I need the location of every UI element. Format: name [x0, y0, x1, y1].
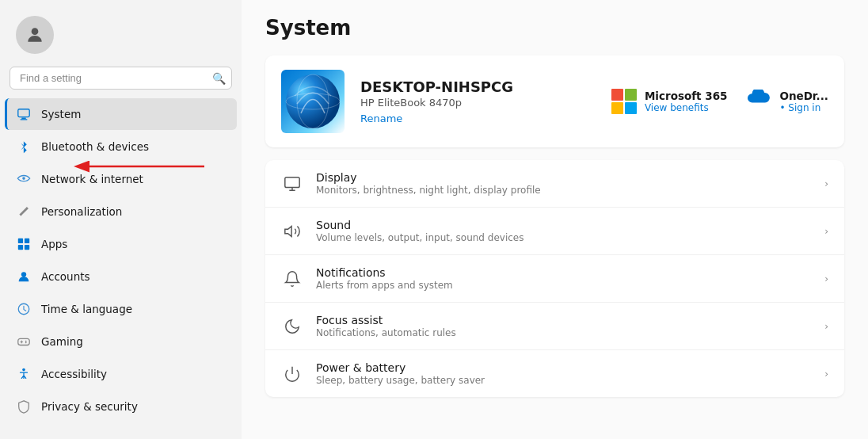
- power-icon: [281, 363, 303, 385]
- focus-chevron-icon: ›: [824, 321, 828, 332]
- device-model: HP EliteBook 8470p: [360, 97, 596, 109]
- display-text: Display Monitors, brightness, night ligh…: [316, 171, 812, 196]
- ms365-icon: [611, 89, 637, 114]
- sidebar-item-time[interactable]: Time & language: [5, 293, 237, 325]
- svg-point-4: [22, 177, 25, 180]
- svg-rect-8: [25, 245, 29, 250]
- settings-section: Display Monitors, brightness, night ligh…: [265, 160, 844, 397]
- sound-desc: Volume levels, output, input, sound devi…: [316, 232, 812, 243]
- network-icon: [16, 171, 32, 187]
- settings-item-display[interactable]: Display Monitors, brightness, night ligh…: [265, 160, 844, 208]
- sound-title: Sound: [316, 219, 812, 231]
- device-info: DESKTOP-NIHSPCG HP EliteBook 8470p Renam…: [360, 78, 596, 125]
- svg-point-13: [25, 342, 27, 343]
- ms365-service: Microsoft 365 View benefits: [611, 89, 728, 114]
- power-text: Power & battery Sleep, battery usage, ba…: [316, 361, 812, 386]
- focus-desc: Notifications, automatic rules: [316, 327, 812, 338]
- page-title: System: [265, 16, 844, 40]
- notifications-desc: Alerts from apps and system: [316, 280, 812, 291]
- power-chevron-icon: ›: [824, 368, 828, 380]
- notifications-text: Notifications Alerts from apps and syste…: [316, 266, 812, 291]
- svg-rect-2: [21, 118, 25, 120]
- onedrive-name: OneDr...: [779, 90, 828, 102]
- ms365-sub[interactable]: View benefits: [645, 102, 728, 113]
- notifications-chevron-icon: ›: [824, 273, 828, 284]
- sound-chevron-icon: ›: [824, 226, 828, 237]
- onedrive-info: OneDr... • Sign in: [779, 90, 828, 113]
- device-card: DESKTOP-NIHSPCG HP EliteBook 8470p Renam…: [265, 55, 844, 147]
- rename-link[interactable]: Rename: [360, 113, 402, 124]
- svg-rect-5: [18, 239, 23, 243]
- device-image: [281, 70, 345, 133]
- focus-icon: [281, 315, 303, 338]
- display-title: Display: [316, 171, 812, 184]
- sidebar-item-system[interactable]: System: [5, 98, 237, 130]
- settings-item-sound[interactable]: Sound Volume levels, output, input, soun…: [265, 208, 844, 255]
- onedrive-sub[interactable]: • Sign in: [779, 102, 828, 113]
- sound-icon: [281, 220, 303, 242]
- notifications-title: Notifications: [316, 266, 812, 279]
- sidebar-item-label-gaming: Gaming: [41, 335, 83, 348]
- svg-rect-6: [25, 239, 29, 243]
- svg-rect-7: [18, 245, 23, 250]
- svg-rect-1: [18, 109, 29, 117]
- svg-point-12: [25, 341, 27, 342]
- notifications-icon: [281, 268, 303, 290]
- svg-point-17: [286, 74, 340, 128]
- sidebar: 🔍 System Bluetooth & devices Network & i…: [0, 0, 242, 439]
- display-icon: [281, 173, 303, 195]
- svg-rect-20: [285, 177, 299, 187]
- ms365-name: Microsoft 365: [645, 90, 728, 102]
- sidebar-item-accounts[interactable]: Accounts: [5, 261, 237, 292]
- sidebar-item-gaming[interactable]: Gaming: [5, 326, 237, 357]
- cloud-services: Microsoft 365 View benefits OneDr... • S…: [611, 89, 828, 114]
- power-title: Power & battery: [316, 361, 812, 374]
- search-input[interactable]: [10, 67, 232, 90]
- device-name: DESKTOP-NIHSPCG: [360, 78, 596, 95]
- privacy-icon: [16, 399, 32, 414]
- sidebar-item-label-privacy: Privacy & security: [41, 400, 138, 413]
- sidebar-item-bluetooth[interactable]: Bluetooth & devices: [5, 131, 237, 162]
- sidebar-item-apps[interactable]: Apps: [5, 228, 237, 260]
- sidebar-item-label-bluetooth: Bluetooth & devices: [41, 140, 149, 153]
- time-icon: [16, 301, 32, 317]
- sidebar-item-label-apps: Apps: [41, 238, 67, 250]
- sound-text: Sound Volume levels, output, input, soun…: [316, 219, 812, 243]
- main-content: System DESKTOP-NIHSPCG: [242, 0, 868, 439]
- avatar-area: [0, 8, 242, 67]
- ms365-info: Microsoft 365 View benefits: [645, 90, 728, 113]
- apps-icon: [16, 236, 32, 252]
- svg-point-14: [22, 368, 25, 372]
- search-box: 🔍: [10, 67, 232, 90]
- sidebar-item-label-personalization: Personalization: [41, 205, 122, 218]
- sidebar-item-label-network: Network & internet: [41, 173, 143, 185]
- svg-point-9: [21, 272, 26, 277]
- avatar[interactable]: [16, 16, 54, 54]
- svg-point-0: [32, 28, 39, 35]
- accessibility-icon: [16, 366, 32, 382]
- settings-item-notifications[interactable]: Notifications Alerts from apps and syste…: [265, 255, 844, 303]
- system-icon: [16, 106, 32, 122]
- search-icon-button[interactable]: 🔍: [212, 72, 226, 85]
- sidebar-item-accessibility[interactable]: Accessibility: [5, 358, 237, 390]
- onedrive-icon: [746, 90, 771, 113]
- svg-rect-3: [21, 119, 28, 120]
- focus-text: Focus assist Notifications, automatic ru…: [316, 314, 812, 338]
- focus-title: Focus assist: [316, 314, 812, 326]
- onedrive-service: OneDr... • Sign in: [746, 90, 828, 113]
- svg-rect-11: [18, 338, 29, 345]
- gaming-icon: [16, 334, 32, 349]
- settings-item-focus[interactable]: Focus assist Notifications, automatic ru…: [265, 303, 844, 350]
- personalization-icon: [16, 204, 32, 220]
- sidebar-item-personalization[interactable]: Personalization: [5, 196, 237, 227]
- nav-list: System Bluetooth & devices Network & int…: [0, 97, 242, 439]
- accounts-icon: [16, 269, 32, 284]
- power-desc: Sleep, battery usage, battery saver: [316, 375, 812, 386]
- sidebar-item-label-accounts: Accounts: [41, 270, 90, 283]
- sidebar-item-label-system: System: [41, 108, 81, 120]
- settings-item-power[interactable]: Power & battery Sleep, battery usage, ba…: [265, 350, 844, 397]
- sidebar-item-privacy[interactable]: Privacy & security: [5, 391, 237, 422]
- sidebar-item-network[interactable]: Network & internet: [5, 163, 237, 195]
- display-chevron-icon: ›: [824, 178, 828, 189]
- sidebar-item-label-time: Time & language: [41, 303, 132, 315]
